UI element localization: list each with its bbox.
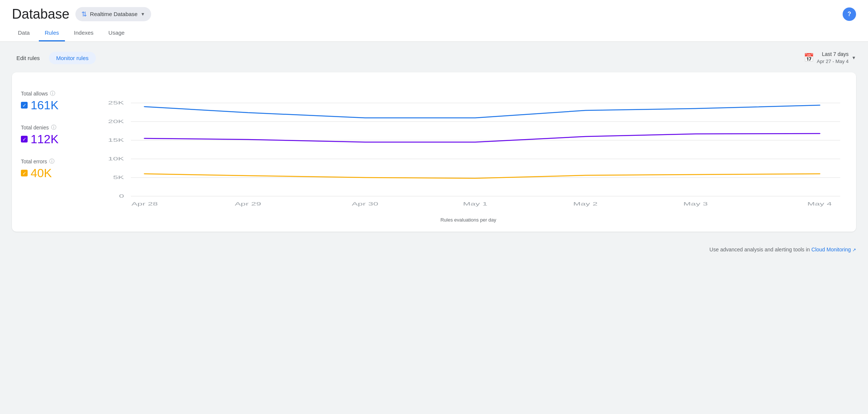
svg-text:5K: 5K <box>113 175 124 180</box>
denies-checkbox[interactable]: ✓ <box>21 136 28 142</box>
cloud-monitoring-link-text: Cloud Monitoring <box>811 247 851 253</box>
svg-text:Apr 28: Apr 28 <box>131 201 158 207</box>
footer-text: Use advanced analysis and alerting tools… <box>709 247 811 253</box>
legend-errors-label: Total errors ⓘ <box>21 158 81 165</box>
chart-card: Total allows ⓘ ✓ 161K Total denies ⓘ ✓ <box>12 72 856 232</box>
main-content: Edit rules Monitor rules 📅 Last 7 days A… <box>0 42 868 241</box>
svg-text:15K: 15K <box>108 138 124 143</box>
svg-text:May 1: May 1 <box>463 201 487 207</box>
monitor-rules-button[interactable]: Monitor rules <box>49 52 96 64</box>
tab-indexes[interactable]: Indexes <box>68 25 100 41</box>
db-icon: ⇅ <box>81 10 87 18</box>
date-range-sub: Apr 27 - May 4 <box>817 58 849 65</box>
chart-container: Total allows ⓘ ✓ 161K Total denies ⓘ ✓ <box>21 84 847 223</box>
errors-help-icon[interactable]: ⓘ <box>49 158 54 165</box>
legend-denies-label: Total denies ⓘ <box>21 124 81 131</box>
denies-label-text: Total denies <box>21 125 49 131</box>
date-range-title: Last 7 days <box>817 51 849 58</box>
svg-text:0: 0 <box>119 194 124 199</box>
allows-value: 161K <box>31 98 59 112</box>
errors-value: 40K <box>31 166 52 180</box>
errors-value-row: ✓ 40K <box>21 166 81 180</box>
tab-rules[interactable]: Rules <box>39 25 65 41</box>
tabs-row: Data Rules Indexes Usage <box>12 25 856 41</box>
date-range-text: Last 7 days Apr 27 - May 4 <box>817 51 849 65</box>
errors-label-text: Total errors <box>21 159 47 164</box>
denies-help-icon[interactable]: ⓘ <box>51 124 56 131</box>
denies-value: 112K <box>31 132 59 146</box>
legend-errors: Total errors ⓘ ✓ 40K <box>21 158 81 180</box>
svg-text:25K: 25K <box>108 100 124 106</box>
chart-x-axis-label: Rules evaluations per day <box>90 217 847 223</box>
title-row: Database ⇅ Realtime Database ▼ ? <box>12 6 856 22</box>
allows-help-icon[interactable]: ⓘ <box>50 90 55 97</box>
svg-text:May 3: May 3 <box>683 201 708 207</box>
page-title: Database <box>12 6 69 22</box>
chart-legend: Total allows ⓘ ✓ 161K Total denies ⓘ ✓ <box>21 84 81 223</box>
svg-text:20K: 20K <box>108 119 124 124</box>
svg-text:May 2: May 2 <box>573 201 597 207</box>
calendar-icon: 📅 <box>804 53 814 63</box>
chevron-down-icon: ▼ <box>141 12 145 17</box>
svg-text:May 4: May 4 <box>808 201 832 207</box>
allows-label-text: Total allows <box>21 91 48 97</box>
date-range-selector[interactable]: 📅 Last 7 days Apr 27 - May 4 ▼ <box>804 51 856 65</box>
chart-area: 25K 20K 15K 10K 5K 0 Apr 28 Apr 29 Apr 3… <box>90 84 847 223</box>
svg-text:Apr 29: Apr 29 <box>235 201 261 207</box>
tab-data[interactable]: Data <box>12 25 36 41</box>
help-button[interactable]: ? <box>843 7 856 21</box>
allows-value-row: ✓ 161K <box>21 98 81 112</box>
footer-note: Use advanced analysis and alerting tools… <box>0 241 868 258</box>
allows-checkbox[interactable]: ✓ <box>21 102 28 109</box>
errors-checkbox[interactable]: ✓ <box>21 170 28 176</box>
top-bar: Database ⇅ Realtime Database ▼ ? Data Ru… <box>0 0 868 42</box>
legend-allows-label: Total allows ⓘ <box>21 90 81 97</box>
edit-rules-button[interactable]: Edit rules <box>12 52 44 64</box>
db-selector-button[interactable]: ⇅ Realtime Database ▼ <box>75 7 151 21</box>
tab-usage[interactable]: Usage <box>103 25 131 41</box>
toolbar-left: Edit rules Monitor rules <box>12 52 96 64</box>
legend-denies: Total denies ⓘ ✓ 112K <box>21 124 81 146</box>
legend-allows: Total allows ⓘ ✓ 161K <box>21 90 81 112</box>
denies-value-row: ✓ 112K <box>21 132 81 146</box>
external-link-icon: ↗ <box>852 247 856 253</box>
rules-chart: 25K 20K 15K 10K 5K 0 Apr 28 Apr 29 Apr 3… <box>90 84 847 211</box>
db-selector-label: Realtime Database <box>90 11 138 17</box>
chevron-down-icon: ▼ <box>852 55 856 60</box>
cloud-monitoring-link[interactable]: Cloud Monitoring ↗ <box>811 247 856 253</box>
help-label: ? <box>847 11 851 18</box>
svg-text:Apr 30: Apr 30 <box>352 201 378 207</box>
toolbar: Edit rules Monitor rules 📅 Last 7 days A… <box>12 51 856 65</box>
svg-text:10K: 10K <box>108 156 124 161</box>
